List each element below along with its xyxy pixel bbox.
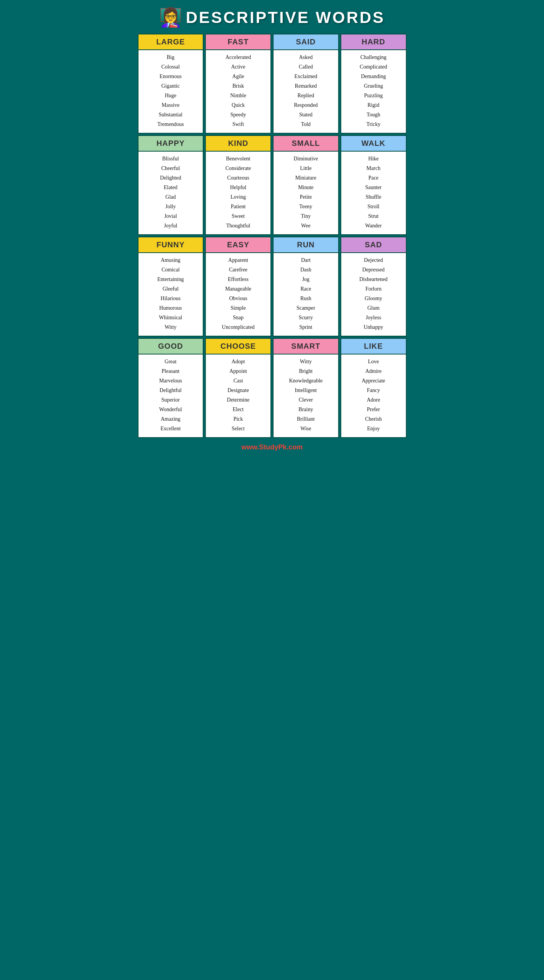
word-item: Uncomplicated [222,323,255,331]
footer-url: www.StudyPk.com [241,443,303,451]
word-item: Patient [231,203,246,211]
grid-cell-happy: HAPPYBlissfulCheerfulDelightedElatedGlad… [138,135,204,235]
cell-header-funny: FUNNY [138,237,203,253]
word-item: Tremendous [157,120,184,128]
cell-header-sad: SAD [341,237,406,253]
grid-cell-small: SMALLDiminutiveLittleMiniatureMinutePeti… [273,135,339,235]
word-item: Replied [298,91,314,100]
word-item: Pace [368,174,378,182]
cell-header-large: LARGE [138,34,203,50]
cell-words-small: DiminutiveLittleMiniatureMinutePetiteTee… [274,152,338,230]
word-item: Joyful [164,222,177,230]
page-title: DESCRIPTIVE WORDS [186,8,385,27]
word-item: Tricky [366,120,381,128]
word-item: Prefer [367,405,380,413]
cell-header-hard: HARD [341,34,406,50]
word-item: Witty [300,358,312,366]
word-item: Accelerated [225,53,251,61]
word-item: Depressed [362,266,384,274]
word-item: Enjoy [367,425,379,433]
word-item: Superior [161,396,180,404]
cell-header-like: LIKE [341,339,406,354]
word-item: Sweet [232,212,245,220]
word-item: Shuffle [366,193,381,201]
word-item: Whimsical [159,314,182,322]
word-item: Designate [228,386,249,394]
word-item: Loving [230,193,246,201]
word-item: Glad [165,193,176,201]
word-item: Substantial [159,111,182,119]
word-item: Great [165,358,176,366]
word-item: Colossal [161,63,180,71]
word-item: Delighted [160,174,181,182]
word-item: Intelligent [295,386,317,394]
word-item: Manageable [225,285,251,293]
grid-cell-choose: CHOOSEAdoptAppointCastDesignateDetermine… [205,338,271,438]
word-item: Wee [301,222,311,230]
cell-header-said: SAID [274,34,338,50]
word-item: Glum [367,304,379,312]
word-item: Wise [300,425,311,433]
word-item: Teeny [299,203,312,211]
word-item: Pleasant [162,367,180,375]
cell-header-easy: EASY [206,237,270,253]
cell-words-kind: BenevolentConsiderateCourteousHelpfulLov… [206,152,270,230]
cell-words-like: LoveAdmireAppreciateFancyAdorePreferCher… [341,354,406,433]
cell-words-funny: AmusingComicalEntertainingGleefulHilario… [138,253,203,331]
word-item: Thoughtful [226,222,250,230]
word-item: March [366,164,381,172]
word-item: Disheartened [359,275,388,283]
grid-cell-large: LARGEBigColossalEnormousGiganticHugeMass… [138,34,204,134]
word-item: Unhappy [363,323,383,331]
word-item: Exclaimed [294,72,317,80]
cell-header-happy: HAPPY [138,136,203,152]
footer: www.StudyPk.com [136,439,408,455]
word-item: Jog [302,275,309,283]
word-item: Brainy [298,405,313,413]
cell-words-said: AskedCalledExclaimedRemarkedRepliedRespo… [274,50,338,128]
word-item: Agile [232,72,244,80]
word-item: Swift [232,120,244,128]
word-item: Cheerful [161,164,180,172]
word-item: Saunter [365,183,382,191]
cell-words-good: GreatPleasantMarvelousDelightfulSuperior… [138,354,203,433]
word-item: Wander [365,222,382,230]
grid-cell-funny: FUNNYAmusingComicalEntertainingGleefulHi… [138,237,204,336]
word-item: Stated [299,111,313,119]
word-item: Miniature [295,174,316,182]
word-item: Little [300,164,311,172]
word-item: Gleeful [163,285,179,293]
word-item: Obvious [229,294,247,302]
cell-words-hard: ChallengingComplicatedDemandingGruelingP… [341,50,406,128]
word-item: Love [368,358,379,366]
word-item: Courteous [227,174,249,182]
word-item: Select [232,425,245,433]
word-item: Brisk [232,82,244,90]
word-item: Huge [165,91,176,100]
word-item: Told [301,120,311,128]
page-header: 👩‍🏫 DESCRIPTIVE WORDS [136,0,408,32]
word-item: Amazing [161,415,180,423]
word-item: Gigantic [161,82,180,90]
word-item: Wonderful [159,405,182,413]
main-grid: LARGEBigColossalEnormousGiganticHugeMass… [136,32,408,439]
word-item: Helpful [230,183,246,191]
word-item: Clever [299,396,313,404]
word-item: Rigid [368,101,379,109]
word-item: Appreciate [362,377,385,385]
word-item: Elect [233,405,244,413]
word-item: Active [231,63,245,71]
word-item: Massive [162,101,180,109]
word-item: Challenging [360,53,386,61]
word-item: Big [167,53,174,61]
word-item: Petite [300,193,312,201]
word-item: Adore [367,396,380,404]
word-item: Tough [366,111,380,119]
word-item: Comical [161,266,179,274]
word-item: Blissful [162,155,179,163]
word-item: Snap [233,314,244,322]
cell-header-kind: KIND [206,136,270,152]
word-item: Delightful [160,386,182,394]
word-item: Admire [365,367,382,375]
cell-words-easy: ApparentCarefreeEffortlessManageableObvi… [206,253,270,331]
